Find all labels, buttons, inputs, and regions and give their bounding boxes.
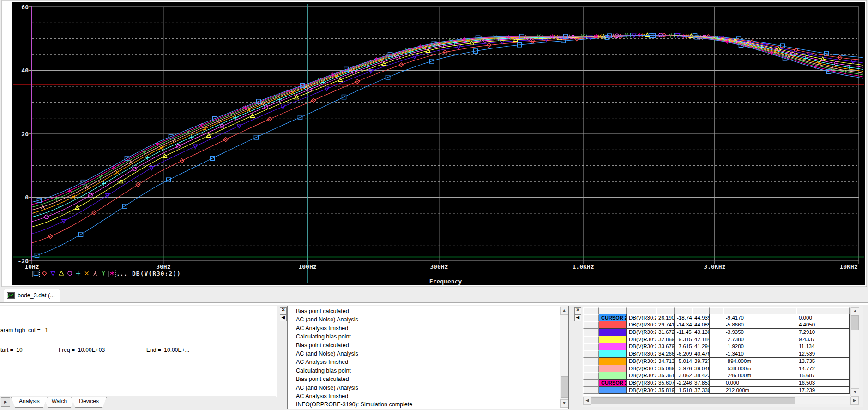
- table-cell[interactable]: 39.046: [692, 365, 710, 373]
- table-cell[interactable]: 29.741: [656, 321, 675, 329]
- cursor-label-swatch[interactable]: CURSOR 1: [599, 380, 627, 387]
- log-line[interactable]: AC Analysis finished: [288, 358, 558, 366]
- table-cell[interactable]: DB(V(R30:2)): [627, 336, 656, 344]
- table-cell[interactable]: 33.679: [656, 343, 675, 350]
- table-cell[interactable]: -14.344: [675, 321, 692, 329]
- table-cell[interactable]: 0.000: [723, 380, 796, 387]
- table-cell[interactable]: -5.8660: [723, 321, 796, 329]
- cursor-table[interactable]: CURSOR 2DB(V(R30:2))26.190-18.74944.939-…: [583, 307, 850, 396]
- table-cell[interactable]: [583, 365, 599, 373]
- table-cell[interactable]: DB(V(R30:2)): [627, 387, 656, 394]
- table-cell[interactable]: 35.819: [850, 387, 850, 394]
- table-cell[interactable]: 26.190: [656, 314, 675, 322]
- table-cell[interactable]: 34.713: [656, 358, 675, 365]
- table-cell[interactable]: -6.2096: [675, 350, 692, 358]
- table-cell[interactable]: -11.458: [675, 329, 692, 336]
- table-cell[interactable]: 43.130: [692, 329, 710, 336]
- table-cell[interactable]: -894.000m: [723, 358, 796, 365]
- table-horizontal-scrollbar[interactable]: ◀ ▶: [583, 397, 858, 404]
- scroll-up-icon[interactable]: ▲: [851, 307, 859, 315]
- table-cell[interactable]: 32.869: [850, 336, 850, 344]
- trace-color-swatch[interactable]: [599, 350, 627, 358]
- table-row[interactable]: DB(V(R30:2))34.713-5.014339.727-894.000m…: [583, 358, 850, 365]
- table-cell[interactable]: DB(V(R30:2)): [627, 343, 656, 350]
- table-cell[interactable]: [710, 380, 723, 387]
- table-row[interactable]: DB(V(R30:2))35.069-3.976839.046-538.000m…: [583, 365, 850, 373]
- table-cell[interactable]: -538.000m: [723, 365, 796, 373]
- log-line[interactable]: Bias point calculated: [288, 375, 558, 383]
- table-cell[interactable]: [583, 372, 599, 380]
- table-cell[interactable]: 35.607: [656, 380, 675, 387]
- table-cell[interactable]: DB(V(R30:2)): [627, 380, 656, 387]
- table-cell[interactable]: -3.9350: [723, 329, 796, 336]
- table-cell[interactable]: DB(V(R30:2)): [627, 321, 656, 329]
- table-cell[interactable]: [583, 350, 599, 358]
- table-cell[interactable]: DB(V(R30:2)): [627, 350, 656, 358]
- table-cell[interactable]: 35.361: [656, 372, 675, 380]
- table-cell[interactable]: 13.735: [796, 358, 850, 365]
- table-row[interactable]: DB(V(R30:2))31.672-11.45843.130-3.93507.…: [583, 329, 850, 336]
- scroll-down-icon[interactable]: ▼: [560, 399, 568, 408]
- table-cell[interactable]: 29.741: [850, 321, 850, 329]
- table-cell[interactable]: -2.7380: [723, 336, 796, 344]
- table-cell[interactable]: -7.6151: [675, 343, 692, 350]
- table-cell[interactable]: -9.3153: [675, 336, 692, 344]
- log-line[interactable]: INFO(ORPROBE-3190): Simulation complete: [288, 400, 558, 409]
- table-cell[interactable]: [583, 336, 599, 344]
- log-line[interactable]: AC Analysis finished: [288, 392, 558, 400]
- table-cell[interactable]: 34.713: [850, 358, 850, 365]
- trace-color-swatch[interactable]: [599, 365, 627, 373]
- table-cell[interactable]: [710, 372, 723, 380]
- table-cell[interactable]: 35.361: [850, 372, 850, 380]
- table-row[interactable]: DB(V(R30:2))29.741-14.34444.085-5.86604.…: [583, 321, 850, 329]
- table-cell[interactable]: 38.423: [692, 372, 710, 380]
- table-cell[interactable]: [583, 343, 599, 350]
- trace-color-swatch[interactable]: [599, 358, 627, 365]
- table-row[interactable]: DB(V(R30:2))33.679-7.615141.294-1.928011…: [583, 343, 850, 350]
- table-cell[interactable]: -3.0622: [675, 372, 692, 380]
- table-cell[interactable]: 9.4337: [796, 336, 850, 344]
- legend-trace-expression[interactable]: DB(V(R30:2)): [132, 270, 181, 277]
- table-cell[interactable]: -9.4170: [723, 314, 796, 322]
- table-cell[interactable]: [583, 329, 599, 336]
- table-cell[interactable]: -2.2460: [675, 380, 692, 387]
- table-cell[interactable]: 26.190: [850, 314, 850, 322]
- table-cell[interactable]: [583, 314, 599, 322]
- scroll-left-icon[interactable]: ◀: [583, 397, 591, 405]
- table-cell[interactable]: 11.134: [796, 343, 850, 350]
- table-row[interactable]: DB(V(R30:2))35.819-1.510537.330212.000m1…: [583, 387, 850, 394]
- table-cell[interactable]: [710, 329, 723, 336]
- table-cell[interactable]: [710, 350, 723, 358]
- table-cell[interactable]: 212.000m: [723, 387, 796, 394]
- cursor-label-swatch[interactable]: CURSOR 2: [599, 314, 627, 322]
- table-cell[interactable]: 15.687: [796, 372, 850, 380]
- log-line[interactable]: AC (and Noise) Analysis: [288, 315, 558, 324]
- tab-scroll-button[interactable]: ▶: [1, 397, 10, 407]
- table-cell[interactable]: -5.0143: [675, 358, 692, 365]
- log-line[interactable]: AC Analysis finished: [288, 324, 558, 332]
- table-cell[interactable]: 31.672: [656, 329, 675, 336]
- trace-color-swatch[interactable]: [599, 329, 627, 336]
- table-header-row[interactable]: [583, 307, 850, 314]
- sheet-tab-watch[interactable]: Watch: [44, 397, 75, 408]
- table-cell[interactable]: -1.3410: [723, 350, 796, 358]
- simulation-log-panel[interactable]: Bias point calculatedAC (and Noise) Anal…: [287, 306, 569, 409]
- trace-color-swatch[interactable]: [599, 336, 627, 344]
- table-cell[interactable]: 4.4050: [796, 321, 850, 329]
- table-cell[interactable]: [710, 336, 723, 344]
- cursor-values-panel[interactable]: CURSOR 2DB(V(R30:2))26.190-18.74944.939-…: [582, 306, 863, 407]
- table-cell[interactable]: [583, 358, 599, 365]
- table-vertical-scrollbar[interactable]: ▲ ▼: [850, 307, 859, 396]
- table-cell[interactable]: 35.069: [656, 365, 675, 373]
- table-cell[interactable]: [710, 343, 723, 350]
- table-cell[interactable]: 12.539: [796, 350, 850, 358]
- trace-color-swatch[interactable]: [599, 387, 627, 394]
- close-icon[interactable]: ✕: [280, 307, 287, 314]
- close-icon[interactable]: ✕: [574, 307, 581, 314]
- table-cell[interactable]: DB(V(R30:2)): [627, 329, 656, 336]
- sheet-tab-analysis[interactable]: Analysis: [11, 397, 48, 408]
- table-cell[interactable]: -3.9768: [675, 365, 692, 373]
- trace-color-swatch[interactable]: [599, 372, 627, 380]
- table-row[interactable]: CURSOR 1DB(V(R30:2))35.607-2.246037.8530…: [583, 380, 850, 387]
- log-line[interactable]: AC (and Noise) Analysis: [288, 384, 558, 392]
